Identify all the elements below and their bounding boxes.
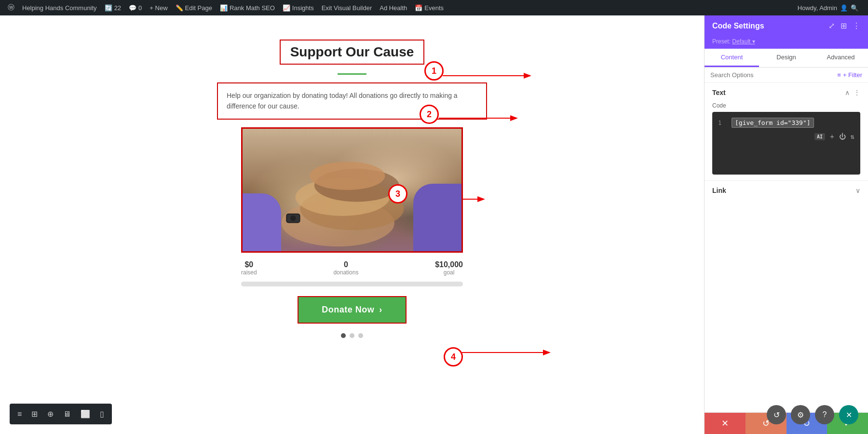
annotation-4: 4 xyxy=(444,347,463,366)
toolbar-desktop-btn[interactable]: 🖥 xyxy=(61,408,73,420)
donations-label: donations xyxy=(333,269,358,276)
stat-donations: 0 donations xyxy=(333,260,358,276)
svg-point-7 xyxy=(310,162,385,190)
help-btn[interactable]: ? xyxy=(815,405,834,424)
line-number: 1 xyxy=(718,120,726,126)
exit-builder[interactable]: Exit Visual Builder xyxy=(318,0,376,15)
code-line-1: 1 [give_form id="339"] xyxy=(718,118,854,128)
toolbar-tablet-btn[interactable]: ⬜ xyxy=(79,407,92,420)
ai-badge[interactable]: AI xyxy=(814,133,825,140)
tab-content[interactable]: Content xyxy=(705,49,759,67)
edit-page[interactable]: ✏️ Edit Page xyxy=(172,0,216,15)
arrow-4 xyxy=(462,345,558,360)
dot-3[interactable] xyxy=(358,333,363,338)
goal-label: goal xyxy=(435,269,463,276)
page-title: Support Our Cause xyxy=(290,44,414,60)
reset-code-icon[interactable]: ⏻ xyxy=(839,133,846,140)
page-canvas: 1 Support Our Cause 2 Hel xyxy=(0,15,704,434)
panel-spacer xyxy=(705,200,868,412)
sort-code-icon[interactable]: ⇅ xyxy=(851,133,854,140)
toolbar-grid-btn[interactable]: ⊞ xyxy=(29,407,40,420)
fullscreen-icon[interactable]: ⤢ xyxy=(828,21,835,30)
toolbar-menu-btn[interactable]: ≡ xyxy=(15,408,24,420)
toolbar-search-btn[interactable]: ⊕ xyxy=(45,407,55,420)
preset-default-link[interactable]: Default ▾ xyxy=(732,38,755,45)
bottom-toolbar: ≡ ⊞ ⊕ 🖥 ⬜ ▯ xyxy=(10,404,112,424)
history-btn[interactable]: ↺ xyxy=(767,405,786,424)
add-code-icon[interactable]: + xyxy=(830,133,834,140)
ad-health[interactable]: Ad Health xyxy=(376,0,411,15)
title-underline xyxy=(338,73,366,75)
edit-icon: ✏️ xyxy=(176,4,183,12)
dot-2[interactable] xyxy=(350,333,354,338)
link-label: Link xyxy=(712,187,726,194)
chevron-right-icon: › xyxy=(379,305,382,315)
goal-value: $10,000 xyxy=(435,260,463,269)
insights[interactable]: 📈 Insights xyxy=(279,0,318,15)
arrow-1 xyxy=(443,68,539,83)
text-section-title: Text xyxy=(712,89,726,96)
annotation-1: 1 xyxy=(424,61,444,81)
code-content[interactable]: [give_form id="339"] xyxy=(732,118,814,128)
split-view-icon[interactable]: ⊞ xyxy=(841,21,847,30)
updates[interactable]: 🔄 22 xyxy=(101,0,125,15)
raised-value: $0 xyxy=(241,260,257,269)
hands-svg xyxy=(243,129,461,251)
annotation-3: 3 xyxy=(388,184,407,203)
donations-value: 0 xyxy=(333,260,358,269)
updates-icon: 🔄 xyxy=(105,4,112,12)
settings-btn[interactable]: ⚙ xyxy=(791,405,810,424)
code-editor[interactable]: 1 [give_form id="339"] AI + ⏻ ⇅ xyxy=(712,112,860,175)
section-header-icons: ∧ ⋮ xyxy=(845,89,860,96)
search-options-input[interactable] xyxy=(710,71,833,79)
comments[interactable]: 💬 0 xyxy=(125,0,146,15)
code-label: Code xyxy=(712,102,860,109)
donation-image xyxy=(241,127,463,253)
cancel-button[interactable]: ✕ xyxy=(705,413,746,434)
panel-title: Code Settings xyxy=(712,22,764,30)
annotation-2: 2 xyxy=(420,105,439,124)
right-panel: Code Settings ⤢ ⊞ ⋮ Preset: Default ▾ Co… xyxy=(704,15,868,434)
tab-advanced[interactable]: Advanced xyxy=(814,49,868,67)
admin-bar: ⓦ Helping Hands Community 🔄 22 💬 0 + New… xyxy=(0,0,868,15)
donate-button-box: Donate Now › xyxy=(298,296,407,324)
description-box: Help our organization by donating today!… xyxy=(217,82,487,120)
insights-icon: 📈 xyxy=(283,4,290,12)
panel-header-icons: ⤢ ⊞ ⋮ xyxy=(828,21,860,30)
preset-row: Preset: Default ▾ xyxy=(705,36,868,49)
tab-design[interactable]: Design xyxy=(759,49,814,67)
text-section-header: Text ∧ ⋮ xyxy=(712,89,860,96)
preset-label: Preset: xyxy=(712,38,732,45)
events[interactable]: 📅 Events xyxy=(411,0,448,15)
rank-math[interactable]: 📊 Rank Math SEO xyxy=(216,0,279,15)
link-chevron-icon: ∨ xyxy=(855,187,860,194)
stats-row: $0 raised 0 donations $10,000 goal xyxy=(241,260,463,276)
section-more-icon[interactable]: ⋮ xyxy=(854,89,860,96)
close-builder-btn[interactable]: ✕ xyxy=(839,405,858,424)
filter-button[interactable]: ≡ + Filter xyxy=(837,71,862,79)
link-section[interactable]: Link ∨ xyxy=(705,181,868,200)
dot-1[interactable] xyxy=(341,333,346,338)
collapse-icon[interactable]: ∧ xyxy=(845,89,850,96)
wordpress-logo[interactable]: ⓦ xyxy=(4,0,18,15)
text-section: Text ∧ ⋮ Code 1 [give_form id="339"] AI … xyxy=(705,83,868,181)
toolbar-mobile-btn[interactable]: ▯ xyxy=(98,407,106,420)
stat-goal: $10,000 goal xyxy=(435,260,463,276)
bottom-right-buttons: ↺ ⚙ ? ✕ xyxy=(767,405,858,424)
svg-point-10 xyxy=(290,216,296,221)
more-options-icon[interactable]: ⋮ xyxy=(853,21,860,30)
filter-icon: ≡ xyxy=(837,71,841,79)
search-icon[interactable]: 🔍 xyxy=(851,4,858,12)
code-editor-footer: AI + ⏻ ⇅ xyxy=(718,133,854,140)
site-name[interactable]: Helping Hands Community xyxy=(18,0,101,15)
user-avatar: 👤 xyxy=(840,4,848,12)
stat-raised: $0 raised xyxy=(241,260,257,276)
main-content: 1 Support Our Cause 2 Hel xyxy=(0,15,868,434)
image-placeholder xyxy=(243,129,461,251)
carousel-dots xyxy=(341,333,363,338)
search-options-row: ≡ + Filter xyxy=(705,68,868,83)
new-button[interactable]: + New xyxy=(146,0,171,15)
panel-header: Code Settings ⤢ ⊞ ⋮ xyxy=(705,15,868,36)
donate-now-button[interactable]: Donate Now › xyxy=(298,297,406,323)
description-text: Help our organization by donating today!… xyxy=(227,90,477,112)
